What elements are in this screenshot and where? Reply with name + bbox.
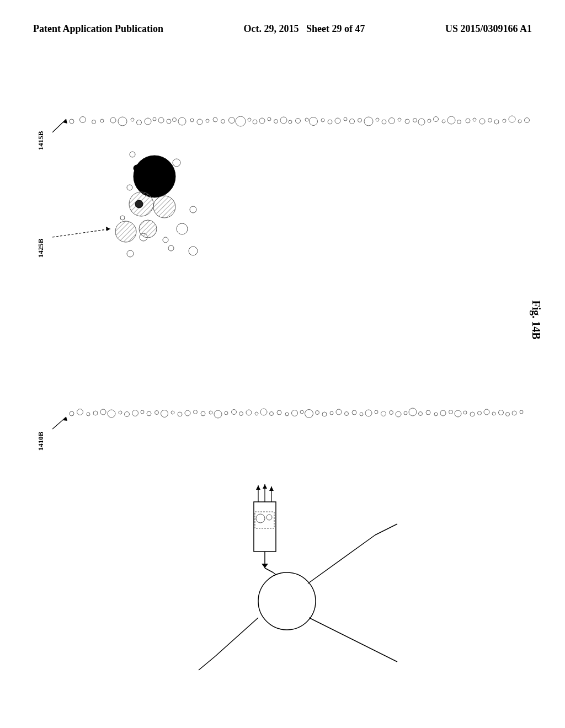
scatter-dot (376, 118, 379, 121)
scatter-bot-dot (100, 409, 106, 415)
cluster-outline-sm5 (177, 223, 188, 234)
device-arrowhead-up2 (263, 484, 267, 489)
scatter-dot (328, 120, 332, 124)
cluster-hatch-mr (139, 220, 157, 238)
scatter-bot-dot (330, 411, 333, 415)
scatter-bot-dot (155, 411, 159, 415)
cluster-dot-filled (135, 200, 143, 208)
scatter-bot-dot (270, 412, 274, 416)
cluster-small-black (134, 165, 140, 172)
scatter-dot (398, 118, 401, 121)
scatter-dot (236, 116, 246, 126)
device-blade3 (215, 618, 258, 656)
scatter-bot-dot (322, 412, 327, 416)
scatter-bot-dot (93, 411, 98, 415)
scatter-dot (442, 120, 445, 123)
scatter-dot (280, 117, 287, 124)
device-blade2-ext (375, 651, 397, 662)
scatter-bot-dot (512, 411, 516, 415)
arrow-1425B-head (106, 227, 110, 231)
scatter-bot-dot (87, 413, 90, 416)
scatter-dot (80, 117, 86, 123)
scatter-bot-dot (246, 410, 252, 415)
cluster-outline-sm4 (163, 237, 168, 243)
device-tube-connect2 (273, 572, 276, 575)
scatter-dot (389, 118, 395, 124)
device-content-circle1 (256, 514, 265, 523)
device-tube-connect (265, 568, 273, 572)
scatter-bot-dot (171, 411, 174, 414)
scatter-bot-dot (470, 412, 475, 416)
scatter-bot-dot (70, 411, 74, 416)
device-blade1-ext (375, 524, 397, 535)
device-tube-body (254, 502, 276, 552)
scatter-dot (418, 119, 425, 125)
scatter-bot-dot (520, 410, 523, 414)
scatter-bot-dot (147, 411, 151, 416)
scatter-dot (268, 117, 271, 121)
scatter-dot (100, 119, 104, 122)
scatter-bot-dot (352, 410, 356, 415)
scatter-dot (213, 117, 217, 122)
scatter-dot (289, 120, 292, 124)
patent-number: US 2015/0309166 A1 (445, 22, 532, 36)
cluster-outline-sm8 (190, 206, 196, 213)
cluster-hatch-mid (153, 196, 175, 218)
scatter-bot-dot (455, 410, 461, 417)
device-large-circle (258, 572, 316, 630)
scatter-bot-dot (132, 410, 138, 416)
scatter-dot (473, 118, 476, 121)
scatter-dot (131, 118, 134, 121)
scatter-bot-dot (201, 411, 205, 416)
scatter-bot-dot (409, 408, 417, 416)
scatter-dot (344, 117, 347, 121)
label-1415B: 1415B (36, 131, 45, 150)
scatter-bot-dot (336, 409, 342, 415)
scatter-dot (350, 119, 355, 124)
scatter-dot (92, 120, 96, 124)
scatter-dot (466, 119, 470, 123)
cluster-outline-sm1 (130, 152, 135, 157)
device-arrowhead-down (262, 564, 268, 568)
scatter-bot-dot (365, 410, 372, 416)
cluster-outline-sm2 (173, 159, 180, 167)
scatter-dot (518, 120, 521, 123)
device-blade1 (308, 535, 375, 584)
scatter-dot (206, 119, 209, 122)
page-header: Patent Application Publication Oct. 29, … (0, 0, 565, 47)
scatter-bot-dot (419, 412, 423, 416)
scatter-dot (253, 120, 257, 124)
scatter-bot-dot (209, 411, 212, 414)
scatter-dot (525, 118, 530, 123)
scatter-bot-dot (178, 412, 182, 416)
cluster-sm-out1 (127, 250, 134, 257)
scatter-dot (158, 117, 164, 123)
scatter-dot (274, 120, 278, 124)
scatter-dot (509, 116, 515, 122)
scatter-dot (197, 119, 202, 125)
scatter-dot (190, 119, 194, 122)
scatter-bot-dot (492, 412, 495, 415)
scatter-bot-dot (396, 411, 401, 417)
scatter-dot (321, 119, 324, 122)
scatter-dot (110, 117, 116, 123)
scatter-dot (479, 119, 485, 124)
arrow-1425B-line (52, 229, 110, 237)
scatter-bot-dot (305, 410, 313, 418)
label-1425B: 1425B (36, 238, 45, 258)
scatter-dot (259, 118, 265, 124)
scatter-dot (434, 117, 439, 122)
scatter-dot (382, 120, 386, 124)
cluster-hatch-left (129, 192, 153, 216)
scatter-dot (457, 120, 461, 124)
scatter-dot (248, 118, 251, 121)
scatter-bot-dot (390, 411, 393, 415)
arrow-1410B-head (63, 417, 67, 421)
cluster-outline-sm3 (140, 233, 147, 241)
scatter-bot-dot (404, 411, 407, 415)
scatter-bot-dot (185, 410, 190, 416)
arrow-1410B-line (52, 417, 66, 429)
scatter-bot-dot (506, 413, 510, 416)
scatter-bot-dot (478, 411, 482, 415)
scatter-bot-dot (316, 411, 319, 415)
